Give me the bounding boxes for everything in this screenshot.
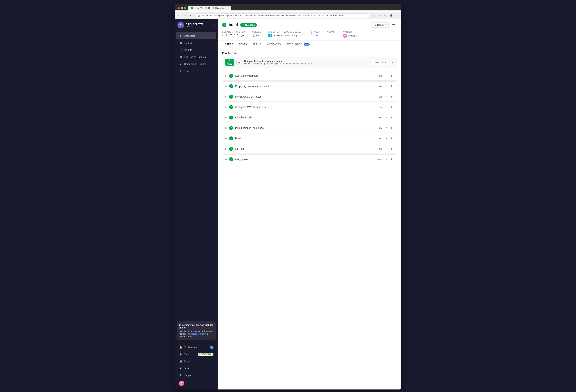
author-link[interactable]: Oluyemi	[348, 34, 357, 37]
tab-tests[interactable]: TESTS	[236, 41, 250, 48]
step-external-link-button[interactable]: ↗	[384, 115, 389, 120]
profile-icon[interactable]: 👤	[389, 13, 394, 18]
tab-resources[interactable]: RESOURCES NEW	[284, 41, 313, 48]
step-external-link-button[interactable]: ↗	[384, 105, 389, 110]
branch-link[interactable]: main	[314, 34, 319, 37]
user-avatar-bottom[interactable]: O	[179, 381, 184, 386]
sidebar-item-dashboard[interactable]: ⊞ Dashboard	[176, 32, 216, 39]
close-dot[interactable]	[177, 7, 180, 9]
commit-hash: —	[327, 34, 329, 36]
step-external-link-button[interactable]: ↗	[384, 125, 389, 131]
step-download-button[interactable]: ⬇	[389, 115, 394, 120]
queued-text: 0s	[256, 34, 259, 36]
share-icon[interactable]: ⬆	[372, 13, 376, 18]
new-tab-button[interactable]: +	[232, 6, 236, 10]
sidebar-item-organization-settings[interactable]: ⚙ Organization Settings	[176, 60, 216, 67]
back-button[interactable]: ←	[177, 13, 181, 18]
step-duration: 1m 8s	[374, 158, 382, 161]
tab-artifacts[interactable]: ARTIFACTS	[264, 41, 284, 48]
step-chevron-icon: ▶	[225, 85, 227, 87]
success-check-icon: ✓	[242, 24, 244, 26]
maximize-dot[interactable]	[184, 7, 186, 9]
step-external-link-button[interactable]: ↗	[384, 136, 389, 141]
step-duration: 20s	[374, 137, 382, 140]
banner-close-button[interactable]: ×	[391, 60, 394, 65]
promo-close-button[interactable]: ×	[213, 323, 214, 325]
step-download-button[interactable]: ⬇	[389, 157, 394, 162]
job-header: ◎ build ✓ Success ↻ Rerun ▾ •••	[218, 19, 402, 28]
queued-meta: Queued ⏳ 0s	[252, 31, 261, 38]
forward-button[interactable]: →	[183, 13, 187, 18]
step-duration: 2s	[374, 75, 382, 77]
branch-value: ⑂ main	[311, 34, 320, 37]
step-success-icon: ✓	[229, 115, 233, 119]
sidebar-item-label: Self-Hosted Runners	[184, 56, 206, 58]
step-row[interactable]: ▶ ✓ cdk_deploy 1m 8s ↗ ⬇	[222, 154, 397, 164]
step-row[interactable]: ▶ ✓ Spin up environment 2s ↗ ⬇	[222, 71, 397, 81]
menu-icon[interactable]: ⋮	[395, 13, 399, 18]
bookmark-icon[interactable]: ☆	[377, 13, 382, 18]
banner-desc: Parallelism speeds up tests by splitting…	[244, 62, 370, 65]
sidebar-item-label: Docs	[184, 360, 189, 363]
step-download-button[interactable]: ⬇	[389, 146, 394, 151]
minimize-dot[interactable]	[181, 7, 183, 9]
more-options-button[interactable]: •••	[390, 22, 397, 28]
sidebar-collapse-button[interactable]: |	[213, 382, 213, 385]
step-download-button[interactable]: ⬇	[389, 125, 394, 131]
step-download-button[interactable]: ⬇	[389, 105, 394, 110]
step-external-link-button[interactable]: ↗	[384, 84, 389, 89]
parallel-run-badge: 0 01:38	[225, 59, 234, 66]
rerun-button[interactable]: ↻ Rerun ▾	[372, 22, 389, 28]
settings-icon: ⚙	[179, 62, 182, 65]
step-download-button[interactable]: ⬇	[389, 94, 394, 99]
parallel-executor-icon: ⊞	[236, 59, 242, 65]
step-external-link-button[interactable]: ↗	[384, 94, 389, 99]
promo-link[interactable]: self-hosted runner	[186, 333, 204, 335]
window-collapse-icon[interactable]: ⌄	[396, 7, 399, 9]
sidebar-item-docs[interactable]: ▣ Docs	[176, 358, 216, 365]
sidebar-item-plan[interactable]: $ Plan	[176, 67, 216, 74]
step-external-link-button[interactable]: ↗	[384, 146, 389, 151]
step-row[interactable]: ▶ ✓ Install AWS CLI - latest 2s ↗ ⬇	[222, 92, 397, 102]
go-to-docs-button[interactable]: Go to Docs	[372, 60, 389, 65]
step-download-button[interactable]: ⬇	[389, 73, 394, 78]
sidebar-item-orbs[interactable]: ✦ Orbs	[176, 365, 216, 372]
step-row[interactable]: ▶ ✓ cdk_diff 0s ↗ ⬇	[222, 144, 397, 154]
tab-timing[interactable]: TIMING	[250, 41, 264, 48]
sidebar-header[interactable]: C CIRCLECI-GWP Oluyemi ⌄	[174, 19, 218, 31]
step-download-button[interactable]: ⬇	[389, 84, 394, 89]
promo-text: Install a more scalable, Kubernetes-frie…	[179, 330, 213, 338]
step-download-button[interactable]: ⬇	[389, 136, 394, 141]
sidebar-item-support[interactable]: ? Support	[176, 372, 216, 379]
step-duration: 0s	[374, 148, 382, 150]
step-row[interactable]: ▶ ✓ Checkout code 0s ↗ ⬇	[222, 113, 397, 122]
step-external-link-button[interactable]: ↗	[384, 157, 389, 162]
external-link-icon: ↗	[299, 34, 301, 36]
runners-icon: ▦	[179, 55, 182, 58]
step-success-icon: ✓	[229, 105, 233, 109]
resource-class-link[interactable]: Docker / Large	[283, 34, 298, 37]
active-browser-tab[interactable]: ● build (2) - CIRCLECI-GWP/circ... ×	[188, 6, 231, 10]
sidebar-item-self-hosted-runners[interactable]: ▦ Self-Hosted Runners	[176, 54, 216, 60]
step-external-link-button[interactable]: ↗	[384, 73, 389, 78]
extension-icon[interactable]: ⬡	[383, 13, 388, 18]
step-success-icon: ✓	[229, 126, 233, 130]
address-bar[interactable]: 🔒 app.circleci.com/pipelines/github/CIRC…	[195, 13, 370, 18]
sidebar-item-notifications[interactable]: 🔔 Notifications 1	[176, 344, 216, 351]
duration-text: 1m 38s / 15s ago	[226, 34, 244, 36]
browser-chrome: ● build (2) - CIRCLECI-GWP/circ... × + ⌄	[174, 4, 402, 10]
step-row[interactable]: ▶ ✓ Preparing environment variables 0s ↗…	[222, 81, 397, 91]
step-row[interactable]: ▶ ✓ install_lambda_packages 0s ↗ ⬇	[222, 123, 397, 133]
refresh-button[interactable]: ↻	[189, 13, 193, 18]
tab-steps[interactable]: STEPS	[222, 41, 236, 48]
tab-close-button[interactable]: ×	[228, 7, 229, 9]
sidebar-item-insights[interactable]: ⬡ Insights	[176, 46, 216, 53]
step-row[interactable]: ▶ ✓ Configure AWS Access Key ID 2s ↗ ⬇	[222, 102, 397, 112]
org-avatar: C	[177, 22, 184, 28]
sidebar-item-status[interactable]: ◉ Status OPERATIONAL	[176, 351, 216, 358]
step-duration: 2s	[374, 106, 382, 109]
sidebar-item-projects[interactable]: ◧ Projects	[176, 39, 216, 46]
step-name: Install AWS CLI - latest	[235, 95, 374, 98]
step-row[interactable]: ▶ ✓ build 20s ↗ ⬇	[222, 134, 397, 143]
dashboard-icon: ⊞	[179, 34, 182, 37]
